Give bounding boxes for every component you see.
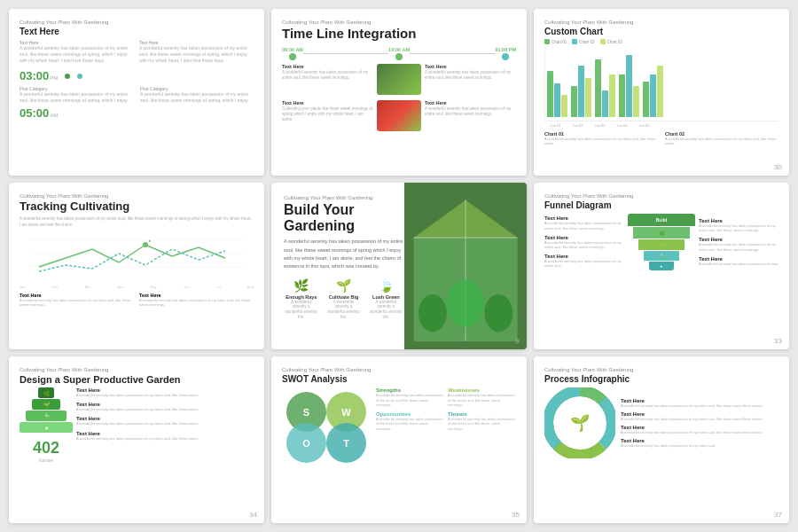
garden-item-2-desc: A wonderful serenity has taken possessio… [76,407,254,411]
garden-item-3-desc: A wonderful serenity has taken possessio… [76,421,254,426]
slide-tracking: Cultivating Your Plant With Gardening Tr… [9,183,264,349]
feature-cultivate: 🌱 Cultivate Big A wonderful serenity a w… [326,278,362,320]
process-item-2-desc: A wonderful serenity has taken possessio… [621,417,778,421]
svg-text:●: ● [148,238,151,243]
timeline-desc-4: A wonderful serenity has taken possessio… [425,106,516,118]
slide-process: Cultivating Your Plant With Gardening Pr… [534,356,789,523]
tracking-xlabel-apr: Apr [118,285,123,289]
tracking-xlabel-may: May [150,285,157,289]
slide-swot-title: SWOT Analysis [282,374,516,384]
bar-4-3 [633,86,639,117]
main-title: Build Your Gardening [284,202,403,233]
chart-xlabel-1: Cat 01 [546,123,565,128]
bar-1-2 [554,83,560,117]
legend-label-1: Chart 01 [552,40,567,44]
slide-timeline-title: Time Line Integration [282,27,516,42]
funnel-left-3-desc: A wonderful serenity has taken possessio… [544,259,624,268]
pyramid-base: ★ [20,422,73,433]
legend-color-2 [572,39,577,44]
timeline-desc-3: Cultivating your plants like these sweet… [282,106,373,123]
process-item-4-desc: A wonderful serenity has taken possessio… [621,443,778,448]
timeline-desc-1: A wonderful serenity has taken possessio… [282,70,373,82]
process-item-1-desc: A wonderful serenity has taken possessio… [621,403,778,408]
funnel-labels-left: Text Here A wonderful serenity has taken… [544,215,624,268]
funnel-left-1-desc: A wonderful serenity has taken possessio… [544,221,624,230]
bar-group-3 [595,59,615,117]
timeline-connector-2 [410,53,495,54]
tracking-xlabel-feb: Feb [52,285,59,289]
big-time-1: 03:00 [20,69,49,82]
garden-item-1-desc: A wonderful serenity has taken possessio… [76,393,254,397]
teal-dot-1 [77,74,82,79]
swot-threats-desc: A wonderful serenity has taken possessio… [448,417,516,432]
swot-content: S W O T Strengths A wonderful serenity h… [282,387,516,467]
slide-chart-subtitle: Cultivating Your Plant With Gardening [544,20,778,25]
funnel-right-2-desc: A wonderful serenity has taken possessio… [699,242,778,251]
swot-strengths: Strengths A wonderful serenity has taken… [376,387,444,408]
pyramid-top: 🌿 [38,387,54,398]
timeline-label-3: 01:00 PM [495,47,516,52]
big-time-2: 05:00 [20,106,49,120]
funnel-right-2: Text Here A wonderful serenity has taken… [699,237,778,251]
tracking-data-desc-2: A wonderful serenity has taken possessio… [139,298,254,307]
feature-lush-icon: 🍃 [379,278,394,293]
bar-3-3 [609,74,615,117]
svg-point-10 [419,294,447,332]
pyramid-mid1: 🌱 [32,399,60,410]
slide-timeline-subtitle: Cultivating Your Plant With Gardening [282,20,516,25]
bar-3-1 [595,59,601,117]
process-item-3-desc: A wonderful serenity has taken possessio… [621,430,778,434]
process-content: 🌱 Text Here A wonderful serenity has tak… [544,387,778,458]
garden-item-3: Text Here A wonderful serenity has taken… [76,416,254,426]
slide-funnel-title: Funnel Diagram [544,200,778,210]
funnel-right-1: Text Here A wonderful serenity has taken… [699,218,778,232]
green-dot-1 [65,74,70,79]
timeline-image-2 [377,100,421,131]
slide-main-number: 8 [516,337,520,345]
timeline-connector-1 [303,53,388,54]
swot-venn: S W O T [282,387,371,467]
garden-content: 🌿 🌱 🍃 ★ 402 Garden Text Here A wonderful… [20,387,254,463]
timeline-label-2: 10:00 AM [388,47,410,52]
funnel-main-container: Text Here A wonderful serenity has taken… [544,214,778,270]
legend-label-3: Chart 03 [607,40,622,44]
timeline-text-4: Text Here [425,100,516,106]
tracking-xlabel-jul: Jul [216,285,221,289]
chart-xlabel-5: Cat 05 [635,123,653,128]
slide-garden-number: 34 [249,511,257,519]
legend-color-1 [544,39,550,44]
slide-swot-subtitle: Cultivating Your Plant With Gardening [282,367,516,372]
timeline-dot-2 [395,53,403,60]
bar-2-3 [585,78,591,117]
bar-group-1 [547,71,567,117]
pyramid-mid2: 🍃 [26,411,66,421]
main-body: A wonderful serenity has taken possessio… [284,238,403,270]
svg-point-12 [484,294,512,332]
funnel-layer-3: 🌱 [638,239,685,250]
funnel-right-3-desc: A wonderful serenity has taken possessio… [699,262,778,266]
feature-lush: 🍃 Lush Green A wonderful serenity a wond… [368,278,403,320]
slide-tracking-subtitle: Cultivating Your Plant With Gardening [20,193,254,199]
funnel-layer-4: 🍃 [644,251,679,261]
slide-chart-number: 30 [774,163,782,171]
category-1-desc: A wonderful serenity has taken possessio… [20,91,133,103]
slide-chart: Cultivating Your Plant With Gardening Cu… [534,9,789,176]
timeline-dot-1 [289,53,296,60]
slide-process-title: Process Infographic [544,374,778,384]
slide-tracking-title: Tracking Cultivating [20,200,254,213]
process-text-items: Text Here A wonderful serenity has taken… [621,398,778,449]
funnel-right-1-desc: A wonderful serenity has taken possessio… [699,223,778,232]
process-cycle: 🌱 [544,387,615,458]
funnel-labels-right: Text Here A wonderful serenity has taken… [699,218,778,266]
slide-process-subtitle: Cultivating Your Plant With Gardening [544,367,778,372]
timeline-dot-3 [502,53,509,60]
feature-lush-desc: A wonderful serenity a wonderful serenit… [368,300,403,320]
big-time-1-unit: PM [50,75,58,81]
bar-group-4 [619,55,639,117]
tracking-xlabel-aug: Aug [247,285,254,289]
feature-cultivate-desc: A wonderful serenity a wonderful serenit… [326,300,362,320]
funnel-left-3: Text Here A wonderful serenity has taken… [544,254,624,268]
slide-time-title: Text Here [20,27,254,36]
slide-main: Cultivating Your Plant With Gardening Bu… [271,183,527,349]
process-cycle-svg: 🌱 [544,387,615,458]
